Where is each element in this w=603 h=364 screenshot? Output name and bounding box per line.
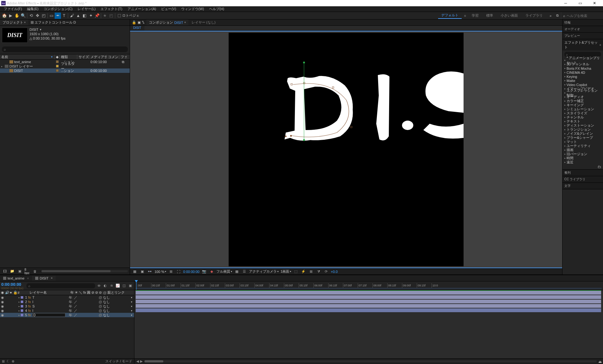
pixel-aspect-icon[interactable]: ⬚ — [293, 269, 299, 274]
menu-item[interactable]: ウィンドウ(W) — [179, 7, 207, 11]
workspace-tab[interactable]: デフォルト — [438, 12, 462, 19]
timeline-tab[interactable]: DISIT≡ — [32, 276, 56, 281]
select-tool[interactable]: ▶ — [8, 13, 14, 19]
project-tab[interactable]: プロジェクト≡ — [0, 19, 28, 25]
flowchart-icon[interactable]: ⧩ — [316, 269, 321, 274]
stamp-tool[interactable]: ▲ — [75, 13, 81, 19]
lock-icon[interactable]: 🔒 — [132, 20, 136, 24]
effect-category[interactable]: ▸Keying — [564, 74, 602, 79]
next-kf-icon[interactable]: ▶ — [139, 359, 143, 363]
graph-editor-icon[interactable]: 📈 — [115, 284, 120, 288]
panel-header[interactable]: プレビュー — [562, 33, 603, 39]
help-search-input[interactable] — [567, 14, 601, 18]
workspace-more-icon[interactable]: » — [547, 13, 554, 19]
rotobezier-toggle[interactable]: ロトベジェ — [116, 13, 141, 18]
minimize-button[interactable]: ─ — [558, 0, 573, 6]
menu-item[interactable]: ビュー(V) — [159, 7, 179, 11]
effects-presets-header[interactable]: エフェクト&プリセット≡ — [562, 39, 603, 51]
eraser-tool[interactable]: ◧ — [81, 13, 88, 19]
channel-icon[interactable]: ◆ — [209, 269, 215, 274]
layer-name-input[interactable] — [32, 313, 65, 317]
effect-category[interactable]: ▸Boris FX Mocha — [564, 66, 602, 70]
composition-viewer[interactable] — [130, 31, 562, 268]
workspace-tab[interactable]: 標準 — [483, 13, 496, 19]
exposure-value[interactable]: +0.0 — [331, 270, 338, 274]
zoom-select[interactable]: 100 %▾ — [155, 270, 166, 274]
project-search[interactable] — [2, 46, 128, 52]
menu-item[interactable]: エフェクト(T) — [98, 7, 125, 11]
zoom-in-icon[interactable]: ☾ — [7, 359, 10, 363]
alpha-toggle-icon[interactable]: ▦ — [132, 269, 138, 274]
fast-preview-icon[interactable]: ⚡ — [301, 269, 306, 274]
effect-category[interactable]: ▸遠近 — [564, 160, 602, 164]
menu-item[interactable]: 編集(E) — [24, 7, 41, 11]
orbit-tool[interactable]: ⟲ — [28, 13, 34, 19]
rect-tool[interactable]: ▭ — [48, 13, 55, 19]
timeline-zoom-bar[interactable] — [144, 360, 597, 362]
render-icon[interactable]: ▣ — [128, 284, 133, 288]
effect-category[interactable]: ▸Matte — [564, 79, 602, 83]
snapshot-icon[interactable]: 📷 — [201, 269, 207, 274]
puppet-tool[interactable]: 📌 — [94, 13, 100, 19]
mini-comp-tab[interactable]: DISIT — [130, 26, 144, 30]
project-row[interactable]: ▸DISIT レイヤーフォルダー — [0, 64, 130, 68]
prev-kf-icon[interactable]: ◀ — [136, 359, 139, 363]
playhead[interactable] — [136, 281, 137, 290]
res-auto-icon[interactable]: ⊞ — [168, 269, 174, 274]
timeline-timecode[interactable]: 0:00:00:00 — [1, 282, 25, 287]
timeline-sync-icon[interactable]: ⊞ — [308, 269, 314, 274]
timeline-ruler[interactable]: :00f00:15f01:00f01:15f02:00f02:15f03:00f… — [134, 281, 603, 290]
bpc-toggle[interactable]: 8 bpc — [24, 268, 30, 275]
timeline-layer[interactable]: ◉▸2fxI年／@なし▾ — [0, 300, 134, 304]
transparency-toggle-icon[interactable]: ▣ — [139, 269, 145, 274]
effect-category[interactable]: ▸CINEMA 4D — [564, 70, 602, 74]
project-row[interactable]: DISIT...ション0:00:10:00 — [0, 68, 130, 73]
star-tool[interactable]: ★ — [102, 13, 108, 19]
new-bin-icon[interactable]: 🗀 — [598, 165, 601, 169]
layer-bar[interactable] — [136, 308, 601, 312]
toggle-switches-icon[interactable]: ⊞ — [2, 359, 5, 363]
draft3d-icon[interactable]: ◫ — [122, 284, 127, 288]
reset-exposure-icon[interactable]: ⟳ — [323, 269, 329, 274]
layer-bar[interactable] — [136, 291, 601, 295]
maximize-button[interactable]: ▭ — [573, 0, 587, 6]
work-area-bar[interactable] — [136, 288, 602, 289]
pan-tool[interactable]: ✥ — [34, 13, 41, 19]
type-tool[interactable]: T — [61, 13, 67, 19]
workspace-tab[interactable]: ライブラリ — [522, 13, 546, 19]
help-search[interactable]: ⌕ — [561, 12, 603, 19]
menu-item[interactable]: ファイル(F) — [1, 7, 24, 11]
viewer-timecode[interactable]: 0:00:00:00 — [183, 270, 199, 274]
close-button[interactable]: ✕ — [587, 0, 602, 6]
switches-modes-toggle[interactable]: スイッチ / モード — [105, 359, 132, 364]
grid-icon[interactable]: ▦ — [234, 269, 240, 274]
workspace-tab[interactable]: 小さい画面 — [497, 13, 521, 19]
flow-icon[interactable]: ᔐ — [142, 20, 144, 24]
timeline-tab[interactable]: text_anime× — [0, 276, 32, 281]
rotate-tool[interactable]: ◰ — [41, 13, 47, 19]
pen-tool[interactable]: ✒ — [55, 13, 61, 19]
interpret-footage-icon[interactable]: 🎞 — [2, 269, 8, 273]
timeline-layer[interactable]: ◉▸3fxS年／@なし▾ — [0, 304, 134, 308]
roto-tool[interactable]: ✦ — [88, 13, 94, 19]
timeline-search[interactable]: ⌕ — [26, 283, 95, 288]
panel-header[interactable]: 整列 — [562, 170, 603, 176]
guides-icon[interactable]: ☰ — [242, 269, 247, 274]
panel-header[interactable]: CC ライブラリ — [562, 176, 603, 182]
panel-header[interactable]: オーディオ — [562, 26, 603, 32]
hand-tool[interactable]: ✋ — [14, 13, 20, 19]
timeline-layer[interactable]: ◉▸1fxT年／@なし▾ — [0, 295, 134, 300]
new-comp-icon[interactable]: ▣ — [17, 269, 23, 273]
zoom-tool[interactable]: 🔍 — [20, 13, 26, 19]
zoom-mountain-icon[interactable]: ⛰ — [598, 360, 602, 363]
layer-bar[interactable] — [136, 304, 601, 308]
quality-select[interactable]: フル画質▾ — [216, 269, 232, 274]
views-select[interactable]: 1画面▾ — [280, 269, 291, 274]
effect-controls-tab[interactable]: エフェクトコントロール D — [28, 19, 79, 25]
home-tool[interactable]: 🏠 — [1, 13, 8, 19]
shy-toggle-icon[interactable]: 👁 — [96, 284, 101, 288]
roi-icon[interactable]: ⛶ — [176, 270, 181, 274]
camera-select[interactable]: アクティブカメラ▾ — [249, 269, 279, 274]
brush-tool[interactable]: 🖌 — [69, 13, 75, 19]
layer-bar[interactable] — [136, 300, 601, 303]
